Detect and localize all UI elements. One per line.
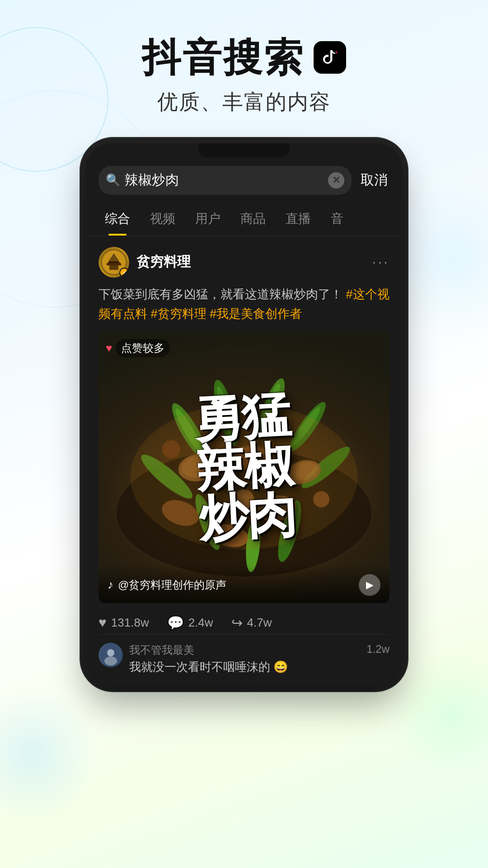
tab-商品[interactable]: 商品 <box>230 202 276 236</box>
page-title: 抖音搜索 <box>0 36 488 79</box>
post-text: 下饭菜到底有多凶猛，就看这道辣椒炒肉了！ #这个视频有点料 #贫穷料理 #我是美… <box>99 285 389 324</box>
search-query-text: 辣椒炒肉 <box>125 171 328 189</box>
search-icon: 🔍 <box>106 173 120 187</box>
svg-point-34 <box>107 649 114 656</box>
share-icon: ↪ <box>231 615 243 631</box>
avatar: ✓ <box>99 247 129 278</box>
hashtag-2[interactable]: #贫穷料理 <box>151 307 210 321</box>
username-label: 贫穷料理 <box>136 253 372 271</box>
search-input-wrap[interactable]: 🔍 辣椒炒肉 ✕ <box>99 166 352 195</box>
comment-reply-count: 1.2w <box>366 643 389 656</box>
comment-count[interactable]: 💬 2.4w <box>167 615 213 631</box>
heart-icon: ♥ <box>106 342 112 354</box>
tab-综合[interactable]: 综合 <box>95 202 140 236</box>
verified-badge-icon: ✓ <box>119 268 129 278</box>
tab-直播[interactable]: 直播 <box>276 202 321 236</box>
comment-number: 2.4w <box>188 616 213 630</box>
tab-音[interactable]: 音 <box>321 202 353 236</box>
video-popular-badge: ♥ 点赞较多 <box>106 339 170 357</box>
badge-label: 点赞较多 <box>116 339 170 357</box>
user-card: ✓ 贫穷料理 ··· <box>99 247 389 278</box>
heart-icon: ♥ <box>99 615 107 630</box>
phone-container: 🔍 辣椒炒肉 ✕ 取消 综合 视频 用户 商品 直播 音 <box>0 143 488 686</box>
cancel-button[interactable]: 取消 <box>359 167 389 193</box>
tab-bar: 综合 视频 用户 商品 直播 音 <box>86 202 402 236</box>
comment-preview: 我不管我最美 我就没一次看时不咽唾沫的 😄 1.2w <box>99 643 389 675</box>
header-section: 抖音搜索 优质、丰富的内容 <box>0 0 488 116</box>
commenter-avatar <box>99 643 123 667</box>
comment-body: 我不管我最美 我就没一次看时不咽唾沫的 😄 <box>129 643 360 675</box>
like-count[interactable]: ♥ 131.8w <box>99 615 149 631</box>
comment-icon: 💬 <box>167 615 184 631</box>
post-main-text: 下饭菜到底有多凶猛，就看这道辣椒炒肉了！ <box>99 288 343 301</box>
phone-notch <box>199 143 289 158</box>
more-options-button[interactable]: ··· <box>372 254 389 270</box>
title-text: 抖音搜索 <box>142 36 305 79</box>
engagement-bar: ♥ 131.8w 💬 2.4w ↪ 4.7w <box>99 611 389 635</box>
video-bottom-bar: ♪ @贫穷料理创作的原声 ▶ <box>99 565 389 603</box>
tab-视频[interactable]: 视频 <box>140 202 185 236</box>
share-count[interactable]: ↪ 4.7w <box>231 615 272 631</box>
clear-search-button[interactable]: ✕ <box>328 172 344 189</box>
commenter-name: 我不管我最美 <box>129 643 360 657</box>
svg-rect-3 <box>107 263 121 265</box>
bg-decoration-5 <box>0 687 99 823</box>
subtitle-text: 优质、丰富的内容 <box>0 88 488 116</box>
tiktok-logo-icon <box>314 41 346 74</box>
share-number: 4.7w <box>247 616 272 630</box>
tiktok-music-icon: ♪ <box>108 578 113 592</box>
video-card[interactable]: ♥ 点赞较多 勇猛辣椒炒肉 ♪ @贫穷料理创作的原声 ▶ <box>99 332 389 603</box>
comment-text: 我就没一次看时不咽唾沫的 😄 <box>129 659 360 675</box>
hashtag-3[interactable]: #我是美食创作者 <box>210 307 302 321</box>
like-number: 131.8w <box>111 616 149 630</box>
video-title-overlay: 勇猛辣椒炒肉 <box>99 332 389 603</box>
audio-info: ♪ @贫穷料理创作的原声 <box>108 578 226 592</box>
svg-point-35 <box>104 656 117 665</box>
play-button[interactable]: ▶ <box>359 574 380 596</box>
audio-label: @贫穷料理创作的原声 <box>118 578 226 592</box>
tab-用户[interactable]: 用户 <box>185 202 230 236</box>
content-area: ✓ 贫穷料理 ··· 下饭菜到底有多凶猛，就看这道辣椒炒肉了！ #这个视频有点料… <box>86 236 402 686</box>
video-thumbnail: ♥ 点赞较多 勇猛辣椒炒肉 ♪ @贫穷料理创作的原声 ▶ <box>99 332 389 603</box>
phone-mockup: 🔍 辣椒炒肉 ✕ 取消 综合 视频 用户 商品 直播 音 <box>86 143 402 686</box>
calligraphy-title: 勇猛辣椒炒肉 <box>183 390 305 545</box>
